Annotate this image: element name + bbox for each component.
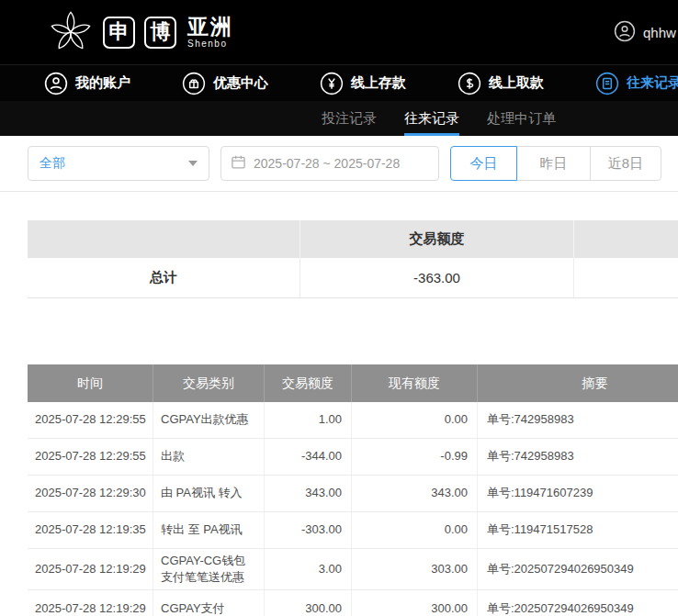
cell-type: 由 PA视讯 转入 — [153, 476, 265, 511]
cell-type: 转出 至 PA视讯 — [153, 512, 265, 548]
withdraw-coin-icon — [458, 72, 481, 95]
cell-time: 2025-07-28 12:19:35 — [28, 512, 153, 548]
nav-item-withdraw[interactable]: 线上取款 — [458, 72, 544, 95]
cell-balance: -0.99 — [352, 439, 478, 475]
cell-balance: 303.00 — [352, 549, 478, 589]
summary-header-row: 交易额度 — [28, 220, 678, 258]
logo-char-bo: 博 — [144, 17, 176, 49]
cell-time: 2025-07-28 12:29:55 — [28, 439, 153, 475]
cell-balance: 300.00 — [352, 590, 478, 616]
cell-balance: 0.00 — [352, 512, 478, 548]
records-table-header: 时间 交易类别 交易额度 现有额度 摘要 — [28, 364, 678, 402]
tab-betting-records[interactable]: 投注记录 — [322, 101, 377, 136]
summary-total-value: -363.00 — [300, 258, 574, 297]
user-circle-icon — [44, 72, 68, 95]
col-header-balance: 现有额度 — [352, 364, 478, 402]
cell-summary: 单号:742958983 — [478, 439, 678, 475]
tab-transaction-records[interactable]: 往来记录 — [404, 101, 459, 136]
summary-header-amount: 交易额度 — [300, 220, 574, 258]
summary-total-row: 总计 -363.00 — [28, 258, 678, 298]
yesterday-button[interactable]: 昨日 — [516, 146, 591, 181]
logo-region-text: 亚洲 — [187, 16, 233, 39]
logo-char-shen: 申 — [103, 17, 135, 49]
category-select[interactable]: 全部 — [28, 146, 209, 181]
summary-table: 交易额度 总计 -363.00 — [28, 220, 678, 298]
cell-time: 2025-07-28 12:19:29 — [28, 549, 153, 589]
brand-logo[interactable]: 申 博 亚洲 Shenbo — [48, 9, 233, 55]
cell-time: 2025-07-28 12:19:29 — [28, 590, 153, 616]
top-header-bar: 申 博 亚洲 Shenbo qhhw — [0, 0, 678, 64]
cell-amount: 343.00 — [265, 476, 352, 511]
cell-type: CGPAY支付 — [153, 590, 265, 616]
records-tab-bar: 投注记录 往来记录 处理中订单 — [0, 101, 678, 136]
col-header-amount: 交易额度 — [265, 364, 352, 402]
cell-balance: 0.00 — [352, 402, 478, 438]
last-8-days-button[interactable]: 近8日 — [590, 146, 661, 181]
table-row: 2025-07-28 12:29:30 由 PA视讯 转入 343.00 343… — [28, 476, 678, 512]
filter-bar: 全部 2025-07-28 ~ 2025-07-28 今日 昨日 近8日 — [0, 136, 678, 192]
nav-label: 往来记录 — [627, 74, 678, 92]
cell-time: 2025-07-28 12:29:30 — [28, 476, 153, 511]
nav-item-my-account[interactable]: 我的账户 — [44, 72, 130, 95]
col-header-time: 时间 — [28, 364, 153, 402]
deposit-coin-icon — [320, 72, 344, 95]
cell-amount: 3.00 — [265, 549, 352, 589]
cell-summary: 单号:202507294026950349 — [478, 590, 678, 616]
user-avatar-icon — [614, 20, 636, 45]
cell-type: CGPAY-CG钱包支付笔笔送优惠 — [153, 549, 265, 589]
nav-label: 优惠中心 — [213, 74, 268, 92]
cell-type: 出款 — [153, 439, 265, 475]
cell-summary: 单号:202507294026950349 — [478, 549, 678, 589]
records-document-icon — [595, 72, 619, 95]
date-range-value: 2025-07-28 ~ 2025-07-28 — [254, 156, 400, 171]
today-button[interactable]: 今日 — [450, 146, 517, 181]
nav-item-promotions[interactable]: 优惠中心 — [182, 72, 268, 95]
category-select-value: 全部 — [40, 155, 188, 172]
cell-balance: 343.00 — [352, 476, 478, 511]
summary-header-empty — [574, 220, 678, 258]
nav-label: 我的账户 — [75, 74, 130, 92]
summary-header-empty — [28, 220, 300, 258]
cell-summary: 单号:119471607239 — [478, 476, 678, 511]
tab-processing-orders[interactable]: 处理中订单 — [487, 101, 556, 136]
table-row: 2025-07-28 12:19:35 转出 至 PA视讯 -303.00 0.… — [28, 512, 678, 549]
logo-latin-text: Shenbo — [187, 39, 233, 49]
date-range-picker[interactable]: 2025-07-28 ~ 2025-07-28 — [220, 146, 439, 181]
col-header-type: 交易类别 — [153, 364, 265, 402]
cell-time: 2025-07-28 12:29:55 — [28, 402, 153, 438]
chevron-down-icon — [188, 161, 198, 166]
nav-label: 线上取款 — [489, 74, 544, 92]
records-table: 时间 交易类别 交易额度 现有额度 摘要 2025-07-28 12:29:55… — [28, 364, 678, 616]
gift-icon — [182, 72, 206, 95]
summary-empty-cell — [574, 258, 678, 297]
quick-date-button-group: 今日 昨日 近8日 — [450, 146, 661, 181]
cell-amount: 1.00 — [265, 402, 352, 438]
nav-label: 线上存款 — [351, 74, 406, 92]
cell-amount: 300.00 — [265, 590, 352, 616]
col-header-summary: 摘要 — [478, 364, 678, 402]
main-navigation: 我的账户 优惠中心 线上存款 线上取款 — [0, 64, 678, 101]
summary-total-label: 总计 — [28, 258, 300, 297]
cell-amount: -303.00 — [265, 512, 352, 548]
account-menu[interactable]: qhhw — [614, 0, 676, 64]
cell-type: CGPAY出款优惠 — [153, 402, 265, 438]
nav-item-deposit[interactable]: 线上存款 — [320, 72, 406, 95]
cell-amount: -344.00 — [265, 439, 352, 475]
table-row: 2025-07-28 12:29:55 CGPAY出款优惠 1.00 0.00 … — [28, 402, 678, 439]
table-row: 2025-07-28 12:19:29 CGPAY支付 300.00 300.0… — [28, 590, 678, 616]
table-row: 2025-07-28 12:19:29 CGPAY-CG钱包支付笔笔送优惠 3.… — [28, 549, 678, 590]
nav-item-records[interactable]: 往来记录 — [595, 72, 678, 95]
cell-summary: 单号:742958983 — [478, 402, 678, 438]
lotus-flower-icon — [48, 9, 94, 55]
username-text: qhhw — [643, 25, 676, 40]
table-row: 2025-07-28 12:29:55 出款 -344.00 -0.99 单号:… — [28, 439, 678, 476]
cell-summary: 单号:119471517528 — [478, 512, 678, 548]
calendar-icon — [231, 154, 246, 173]
